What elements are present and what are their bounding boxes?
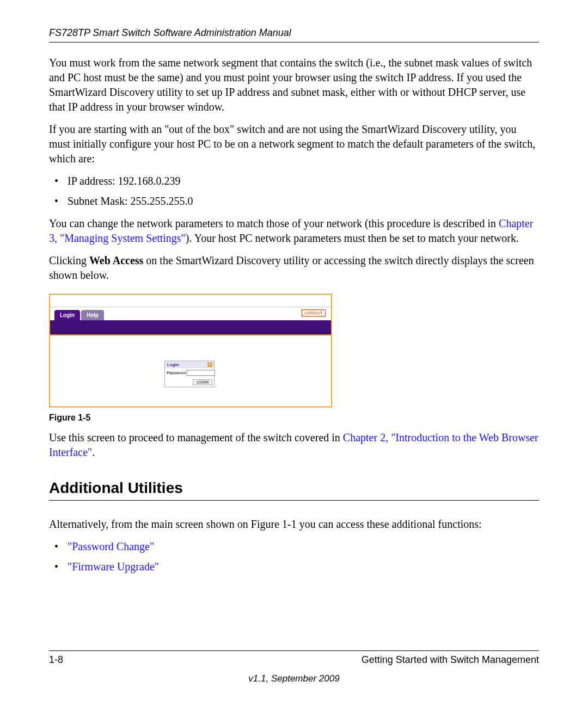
screenshot-header-blank <box>50 295 331 307</box>
tab-help: Help <box>81 310 104 320</box>
password-row: Password <box>165 368 214 378</box>
chapter-title: Getting Started with Switch Management <box>362 654 539 666</box>
login-box-title: Login ? <box>165 361 214 368</box>
body-paragraph: Alternatively, from the main screen show… <box>49 517 539 532</box>
list-item: IP address: 192.168.0.239 <box>49 174 539 188</box>
document-page: FS728TP Smart Switch Software Administra… <box>0 0 588 706</box>
running-header: FS728TP Smart Switch Software Administra… <box>49 27 539 42</box>
password-label: Password <box>167 370 186 375</box>
figure-caption: Figure 1-5 <box>49 413 539 423</box>
list-item: Subnet Mask: 255.255.255.0 <box>49 194 539 209</box>
login-screenshot: Login Help LOGOUT Login ? Password LOG <box>49 294 332 407</box>
spacer <box>49 502 539 517</box>
body-paragraph: You can change the network parameters to… <box>49 216 539 246</box>
list-item: "Password Change" <box>49 539 539 554</box>
page-number: 1-8 <box>49 654 63 666</box>
logout-button: LOGOUT <box>302 309 326 317</box>
login-button: LOGIN <box>193 379 212 385</box>
login-button-row: LOGIN <box>165 378 214 387</box>
text-run: Clicking <box>49 254 89 266</box>
default-params-list: IP address: 192.168.0.239 Subnet Mask: 2… <box>49 174 539 209</box>
web-access-bold: Web Access <box>89 254 143 266</box>
help-icon: ? <box>207 362 212 367</box>
list-item: "Firmware Upgrade" <box>49 559 539 574</box>
section-heading: Additional Utilities <box>49 479 539 501</box>
body-paragraph: Clicking Web Access on the SmartWizard D… <box>49 253 539 283</box>
firmware-upgrade-link[interactable]: "Firmware Upgrade" <box>68 561 159 573</box>
body-paragraph: If you are starting with an "out of the … <box>49 122 539 166</box>
login-box-title-text: Login <box>167 362 179 367</box>
screenshot-tabs: Login Help LOGOUT <box>50 307 331 320</box>
text-run: You can change the network parameters to… <box>49 217 499 229</box>
utilities-list: "Password Change" "Firmware Upgrade" <box>49 539 539 574</box>
tab-login: Login <box>54 310 80 320</box>
body-paragraph: You must work from the same network segm… <box>49 56 539 114</box>
page-footer: 1-8 Getting Started with Switch Manageme… <box>49 650 539 684</box>
password-input <box>187 370 215 376</box>
footer-line: 1-8 Getting Started with Switch Manageme… <box>49 650 539 666</box>
screenshot-purple-bar <box>50 320 331 336</box>
text-run: ). Your host PC network parameters must … <box>186 232 519 244</box>
text-run: . <box>92 446 95 458</box>
password-change-link[interactable]: "Password Change" <box>68 540 154 552</box>
text-run: Use this screen to proceed to management… <box>49 431 343 443</box>
doc-version: v1.1, September 2009 <box>49 673 539 684</box>
login-box: Login ? Password LOGIN <box>164 361 215 387</box>
screenshot-body: Login ? Password LOGIN <box>50 336 331 406</box>
figure-1-5: Login Help LOGOUT Login ? Password LOG <box>49 294 539 407</box>
body-paragraph: Use this screen to proceed to management… <box>49 430 539 460</box>
